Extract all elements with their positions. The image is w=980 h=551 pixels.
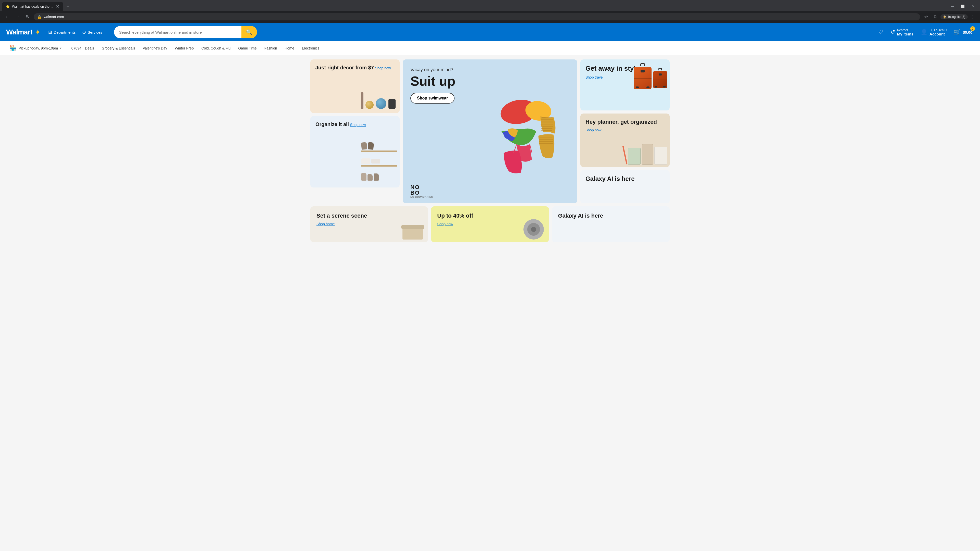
shelf-row-1	[361, 142, 397, 152]
incognito-icon: 🕵	[943, 15, 947, 19]
incognito-label: Incognito (3)	[948, 15, 965, 19]
subnav-fashion[interactable]: Fashion	[261, 44, 281, 52]
organize-promo-card[interactable]: Organize it all Shop now	[310, 116, 400, 187]
small-suitcase	[653, 68, 667, 88]
account-icon: 👤	[921, 29, 928, 35]
towel-1	[361, 159, 370, 164]
back-button[interactable]: ←	[3, 13, 11, 21]
address-bar[interactable]: 🔒	[34, 13, 920, 21]
hero-content: Vacay on your mind? Suit up Shop swimwea…	[403, 59, 577, 109]
close-button[interactable]: ✕	[968, 3, 978, 9]
subnav-grocery[interactable]: Grocery & Essentials	[98, 44, 139, 52]
reorder-label: Reorder	[897, 28, 913, 32]
active-tab[interactable]: ⭐ Walmart has deals on the most... ✕	[2, 2, 63, 11]
reorder-title: My Items	[897, 32, 913, 36]
reorder-button[interactable]: ↺ Reorder My Items	[889, 27, 915, 38]
zipcode[interactable]: 07094	[72, 46, 81, 50]
serene-promo-card[interactable]: Set a serene scene Shop home	[310, 206, 428, 242]
organize-shop-link[interactable]: Shop now	[350, 123, 366, 127]
hero-grid: Just right decor from $7 Shop now Organi…	[310, 59, 670, 203]
account-button[interactable]: 👤 Hi, Lauren D Account	[919, 27, 948, 38]
shelf-visual	[359, 137, 400, 187]
minimize-button[interactable]: —	[947, 3, 957, 9]
search-input[interactable]	[114, 27, 242, 38]
svg-rect-8	[541, 130, 552, 131]
wheel-3	[655, 86, 657, 87]
notebook-3	[654, 147, 667, 165]
planner-shop-link[interactable]: Shop now	[585, 128, 601, 132]
chevron-down-icon: ▾	[60, 46, 62, 50]
shoe-1	[361, 142, 367, 150]
search-bar[interactable]: 🔍	[114, 26, 257, 38]
bookmark-button[interactable]: ☆	[922, 13, 930, 21]
header-main: Walmart ✦ ⊞ Departments ⊙ Services 🔍	[0, 23, 980, 41]
suitcase-body-sm	[653, 71, 667, 88]
galaxy-ai-title: Galaxy AI is here	[558, 213, 663, 219]
discount-title: Up to 40% off	[437, 213, 542, 219]
new-tab-button[interactable]: +	[64, 3, 72, 11]
subnav-winter[interactable]: Winter Prep	[171, 44, 197, 52]
decor-promo-card[interactable]: Just right decor from $7 Shop now	[310, 59, 400, 113]
shop-swimwear-button[interactable]: Shop swimwear	[410, 93, 455, 103]
departments-button[interactable]: ⊞ Departments	[46, 28, 78, 37]
account-text: Hi, Lauren D Account	[929, 28, 947, 36]
url-input[interactable]	[44, 15, 916, 19]
subnav-deals[interactable]: Deals	[81, 44, 98, 52]
maximize-button[interactable]: ⬜	[957, 3, 968, 9]
left-column: Just right decor from $7 Shop now Organi…	[310, 59, 400, 203]
wheel-4	[663, 86, 666, 87]
svg-rect-2	[542, 118, 552, 118]
split-view-button[interactable]: ⧉	[931, 13, 939, 21]
cart-button[interactable]: 🛒 0 $0.00	[952, 27, 974, 37]
center-hero[interactable]: Vacay on your mind? Suit up Shop swimwea…	[403, 59, 577, 203]
search-button[interactable]: 🔍	[242, 26, 257, 38]
travel-shop-link[interactable]: Shop travel	[585, 75, 604, 79]
suitcase-divider-sm	[653, 79, 667, 80]
right-column: Get away in style Shop travel	[580, 59, 670, 203]
heart-icon: ♡	[878, 29, 883, 35]
gold-sphere	[366, 101, 374, 109]
departments-label: Departments	[54, 30, 76, 35]
blue-sphere	[375, 98, 387, 109]
discount-shop-link[interactable]: Shop now	[437, 222, 453, 226]
subnav-home[interactable]: Home	[281, 44, 298, 52]
pickup-selector[interactable]: 🏪 Pickup today, 9pm-10pm ▾	[6, 43, 65, 53]
subnav-game[interactable]: Game Time	[234, 44, 260, 52]
candle-item	[361, 92, 363, 109]
subnav-valentines[interactable]: Valentine's Day	[139, 44, 171, 52]
hero-subtitle: Vacay on your mind?	[410, 67, 570, 73]
organize-title: Organize it all	[315, 121, 349, 127]
large-suitcase	[634, 63, 652, 89]
tab-close-button[interactable]: ✕	[55, 4, 60, 9]
planner-promo-card[interactable]: Hey planner, get organized Shop now	[580, 114, 670, 167]
services-icon: ⊙	[82, 29, 86, 35]
reorder-text: Reorder My Items	[897, 28, 913, 36]
reload-button[interactable]: ↻	[24, 13, 32, 21]
walmart-logo[interactable]: Walmart ✦	[6, 28, 41, 37]
grid-icon: ⊞	[48, 29, 52, 35]
main-content: Just right decor from $7 Shop now Organi…	[304, 56, 676, 246]
account-greeting: Hi, Lauren D	[929, 28, 947, 32]
shoe-5	[374, 173, 379, 181]
store-icon: 🏪	[10, 45, 17, 52]
more-button[interactable]: ⋮	[969, 13, 977, 21]
suitcase-body-lg	[634, 67, 652, 89]
brand-subtitle: NO BOUNDARIES	[410, 196, 433, 198]
services-label: Services	[88, 30, 102, 35]
serene-shop-link[interactable]: Shop home	[317, 222, 335, 226]
suitcase-handle-sm	[659, 68, 662, 70]
shoe-2	[368, 142, 374, 150]
travel-promo-card[interactable]: Get away in style Shop travel	[580, 59, 670, 110]
walmart-header: Walmart ✦ ⊞ Departments ⊙ Services 🔍	[0, 23, 980, 41]
subnav-cold[interactable]: Cold, Cough & Flu	[198, 44, 234, 52]
wishlist-button[interactable]: ♡	[877, 27, 885, 37]
discount-promo-card[interactable]: Up to 40% off Shop now	[431, 206, 549, 242]
galaxy-ai-promo-card[interactable]: Galaxy AI is here	[552, 206, 670, 242]
forward-button[interactable]: →	[13, 13, 21, 21]
galaxy-promo-card[interactable]: Galaxy AI is here	[580, 170, 670, 203]
decor-shop-link[interactable]: Shop now	[375, 66, 391, 70]
brand-name: NOBO	[410, 184, 433, 196]
logo-text: Walmart	[6, 28, 32, 36]
subnav-electronics[interactable]: Electronics	[298, 44, 323, 52]
services-button[interactable]: ⊙ Services	[80, 28, 105, 37]
